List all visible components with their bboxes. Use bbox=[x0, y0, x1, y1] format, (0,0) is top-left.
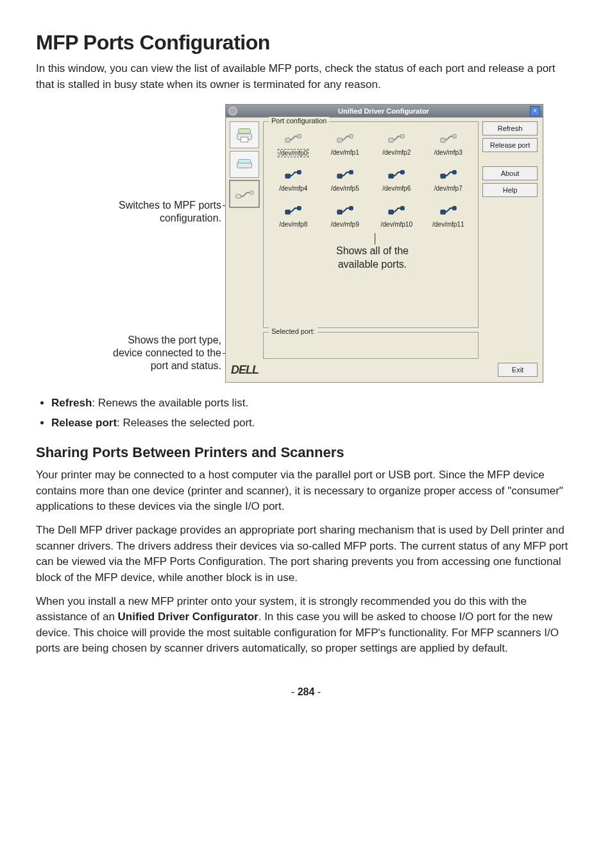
about-button[interactable]: About bbox=[482, 166, 538, 180]
port-label: /dev/mfp8 bbox=[279, 221, 307, 228]
window-app-icon bbox=[228, 107, 237, 116]
port-label: /dev/mfp9 bbox=[331, 221, 359, 228]
port-item[interactable]: /dev/mfp1 bbox=[321, 131, 370, 166]
port-item[interactable]: /dev/mfp5 bbox=[321, 167, 370, 202]
port-item[interactable]: /dev/mfp10 bbox=[372, 203, 421, 238]
body-para-3b: Unified Driver Configurator bbox=[118, 611, 259, 623]
port-item[interactable]: /dev/mfp9 bbox=[321, 203, 370, 238]
app-window: Unified Driver Configurator × bbox=[225, 104, 543, 383]
ports-grid: /dev/mfp0/dev/mfp1/dev/mfp2/dev/mfp3/dev… bbox=[269, 128, 473, 322]
svg-rect-28 bbox=[389, 210, 393, 214]
port-icon bbox=[439, 203, 457, 220]
page-number: - 284 - bbox=[36, 686, 576, 698]
port-icon bbox=[439, 131, 457, 148]
sidebar-scanners-icon[interactable] bbox=[230, 151, 259, 178]
port-item[interactable]: /dev/mfp6 bbox=[372, 167, 421, 202]
svg-rect-10 bbox=[337, 138, 342, 143]
port-icon bbox=[284, 167, 302, 184]
port-label: /dev/mfp10 bbox=[381, 221, 412, 228]
port-label: /dev/mfp4 bbox=[279, 185, 307, 192]
port-label: /dev/mfp3 bbox=[434, 149, 463, 156]
port-item[interactable]: /dev/mfp2 bbox=[372, 131, 421, 166]
subheading-sharing: Sharing Ports Between Printers and Scann… bbox=[36, 444, 576, 461]
port-item[interactable]: /dev/mfp11 bbox=[424, 203, 473, 238]
port-item[interactable]: /dev/mfp4 bbox=[269, 167, 318, 202]
port-label: /dev/mfp5 bbox=[331, 185, 359, 192]
button-column: Refresh Release port About Help bbox=[482, 121, 538, 197]
window-title: Unified Driver Configurator bbox=[237, 107, 530, 115]
label-switches: Switches to MPF ports configuration. bbox=[119, 199, 221, 225]
port-label: /dev/mfp6 bbox=[382, 185, 411, 192]
sidebar-ports-icon[interactable] bbox=[230, 180, 259, 207]
bullet-release-term: Release port bbox=[51, 417, 117, 429]
svg-rect-15 bbox=[452, 135, 456, 139]
diagram: Switches to MPF ports configuration. Sho… bbox=[36, 104, 576, 383]
label-port-type-line3: port and status. bbox=[151, 360, 221, 371]
svg-rect-27 bbox=[349, 207, 353, 211]
svg-rect-16 bbox=[285, 174, 290, 178]
port-icon bbox=[336, 167, 354, 184]
window-titlebar: Unified Driver Configurator × bbox=[226, 105, 543, 117]
port-label: /dev/mfp11 bbox=[432, 221, 464, 228]
port-item[interactable]: /dev/mfp7 bbox=[424, 167, 473, 202]
svg-point-0 bbox=[229, 108, 236, 115]
port-item[interactable]: /dev/mfp0 bbox=[269, 131, 318, 166]
svg-point-7 bbox=[250, 191, 253, 195]
svg-rect-5 bbox=[239, 160, 251, 164]
svg-rect-8 bbox=[285, 138, 290, 143]
refresh-button[interactable]: Refresh bbox=[482, 121, 538, 135]
body-para-2: The Dell MFP driver package provides an … bbox=[36, 523, 576, 586]
annotation-line bbox=[375, 233, 375, 245]
window-close-button[interactable]: × bbox=[530, 106, 540, 116]
svg-rect-13 bbox=[401, 135, 405, 139]
port-label: /dev/mfp2 bbox=[382, 149, 411, 156]
svg-rect-11 bbox=[349, 135, 353, 139]
svg-rect-21 bbox=[401, 171, 405, 175]
port-label: /dev/mfp1 bbox=[331, 149, 359, 156]
port-icon bbox=[336, 131, 354, 148]
svg-rect-23 bbox=[452, 171, 456, 175]
port-icon bbox=[387, 167, 405, 184]
bullet-release: Release port: Releases the selected port… bbox=[51, 414, 576, 433]
dell-logo: DELL bbox=[231, 363, 259, 377]
port-icon bbox=[439, 167, 457, 184]
bullet-refresh: Refresh: Renews the available ports list… bbox=[51, 394, 576, 413]
port-item[interactable]: /dev/mfp3 bbox=[424, 131, 473, 166]
svg-rect-22 bbox=[441, 174, 445, 178]
label-switches-line2: configuration. bbox=[160, 213, 221, 223]
release-port-button[interactable]: Release port bbox=[482, 138, 538, 152]
help-button[interactable]: Help bbox=[482, 183, 538, 197]
svg-rect-6 bbox=[236, 195, 241, 198]
sidebar bbox=[230, 121, 259, 207]
port-label: /dev/mfp7 bbox=[434, 185, 463, 192]
svg-rect-25 bbox=[298, 207, 302, 211]
sidebar-printers-icon[interactable] bbox=[230, 121, 259, 148]
svg-rect-14 bbox=[441, 138, 445, 143]
port-label: /dev/mfp0 bbox=[278, 149, 309, 157]
bullet-release-text: : Releases the selected port. bbox=[117, 417, 255, 429]
port-icon bbox=[284, 203, 302, 220]
port-icon bbox=[387, 131, 405, 148]
svg-rect-3 bbox=[241, 137, 248, 143]
port-config-legend: Port configuration bbox=[269, 117, 329, 125]
selected-port-legend: Selected port: bbox=[269, 327, 318, 335]
port-icon bbox=[387, 203, 405, 220]
svg-rect-9 bbox=[298, 135, 302, 139]
svg-rect-18 bbox=[337, 174, 342, 178]
svg-rect-31 bbox=[452, 207, 456, 211]
label-port-type-line2: device connected to the bbox=[113, 347, 221, 358]
svg-rect-19 bbox=[349, 171, 353, 175]
svg-rect-30 bbox=[441, 210, 445, 214]
svg-rect-17 bbox=[298, 171, 302, 175]
exit-button[interactable]: Exit bbox=[498, 363, 538, 377]
label-port-type-line1: Shows the port type, bbox=[128, 334, 221, 345]
svg-rect-20 bbox=[389, 174, 393, 178]
svg-rect-26 bbox=[337, 210, 342, 214]
body-para-3: When you install a new MFP printer onto … bbox=[36, 594, 576, 657]
intro-paragraph: In this window, you can view the list of… bbox=[36, 61, 576, 92]
bullet-list: Refresh: Renews the available ports list… bbox=[51, 394, 576, 433]
label-port-type: Shows the port type, device connected to… bbox=[113, 334, 221, 372]
bullet-refresh-term: Refresh bbox=[51, 397, 92, 409]
port-item[interactable]: /dev/mfp8 bbox=[269, 203, 318, 238]
page-title: MFP Ports Configuration bbox=[36, 31, 576, 55]
